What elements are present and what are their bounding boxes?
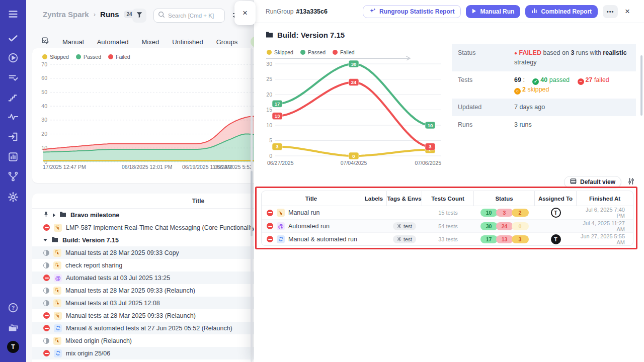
tab-automated[interactable]: Automated xyxy=(97,38,129,46)
scrollbar[interactable] xyxy=(251,48,253,362)
stacked-area-plot: 706050403020100 xyxy=(32,61,264,172)
run-title: Manual & automated tests at 27 Jun 2025 … xyxy=(66,325,232,332)
column-header-assigned-to[interactable]: Assigned To xyxy=(535,191,577,206)
manual-run-icon xyxy=(53,337,61,345)
table-row[interactable]: @Automated runtest54 tests30240Jul 4, 20… xyxy=(262,219,633,232)
manual-run-icon xyxy=(53,287,61,295)
column-header-finished-at[interactable]: Finished At xyxy=(577,191,633,206)
projects-folders-icon[interactable] xyxy=(7,322,19,334)
updated-label: Updated xyxy=(458,103,514,112)
in-progress-status-icon xyxy=(43,250,49,256)
select-all-icon[interactable] xyxy=(41,37,49,47)
svg-text:0: 0 xyxy=(352,153,355,159)
import-icon[interactable] xyxy=(7,131,19,143)
search-input[interactable] xyxy=(168,13,218,19)
pin-icon xyxy=(43,211,49,219)
user-avatar[interactable]: T xyxy=(7,341,19,353)
in-progress-status-icon xyxy=(43,288,49,294)
app-sidebar: ? T xyxy=(0,0,26,362)
menu-icon[interactable] xyxy=(7,8,19,20)
chevron-down-icon[interactable] xyxy=(43,239,47,241)
help-icon[interactable]: ? xyxy=(7,302,19,314)
scrollbar-thumb[interactable] xyxy=(251,171,253,236)
more-actions-button[interactable]: ••• xyxy=(603,5,618,18)
bar-chart-icon xyxy=(531,8,537,15)
column-header-tags-envs[interactable]: Tags & Envs xyxy=(387,191,422,206)
runs-play-icon[interactable] xyxy=(7,52,19,64)
branches-icon[interactable] xyxy=(7,170,19,183)
search-box[interactable] xyxy=(153,9,225,23)
svg-text:24: 24 xyxy=(351,79,357,85)
assignee-avatar[interactable]: T xyxy=(551,234,561,244)
manual-run-button[interactable]: Manual Run xyxy=(466,5,520,18)
breadcrumb-project[interactable]: Zyntra Spark xyxy=(43,10,89,19)
funnel-icon xyxy=(136,11,143,21)
passed-check-icon: ✓ xyxy=(532,78,539,85)
chevron-right-icon[interactable] xyxy=(53,213,55,217)
mixed-run-icon xyxy=(277,235,285,243)
drawer-close-button[interactable]: × xyxy=(234,1,256,25)
failed-minus-icon: − xyxy=(578,78,584,85)
column-header-tests-count[interactable]: Tests Count xyxy=(422,191,474,206)
settings-gear-icon[interactable] xyxy=(7,191,19,203)
status-pills-cell: 17133 xyxy=(474,235,535,243)
table-row[interactable]: Manual run15 tests1032TJul 6, 2025 7:40 … xyxy=(262,206,633,219)
tab-groups[interactable]: Groups xyxy=(216,38,238,46)
failed-status-icon xyxy=(43,350,50,356)
run-title: check report sharing xyxy=(65,262,122,269)
failed-status-icon xyxy=(267,210,273,216)
in-progress-status-icon xyxy=(43,262,49,268)
failed-status-icon xyxy=(267,223,273,229)
automated-run-icon: @ xyxy=(277,222,285,230)
mixed-run-icon xyxy=(54,324,62,332)
failed-status-icon xyxy=(43,312,50,319)
in-progress-status-icon xyxy=(43,338,49,344)
tab-unfinished[interactable]: Unfinished xyxy=(172,38,203,46)
finished-at-cell: Jul 4, 2025 11:27 AM xyxy=(577,220,633,232)
column-header-labels[interactable]: Labels xyxy=(361,191,387,206)
legend-item-skipped: Skipped xyxy=(42,54,69,60)
progress-steps-icon[interactable] xyxy=(7,92,19,104)
detail-row-runs: Runs 3 runs xyxy=(452,116,636,134)
column-header-title[interactable]: Title xyxy=(262,191,361,206)
tab-mixed[interactable]: Mixed xyxy=(142,38,159,46)
run-title: Manual tests at 28 Mar 2025 09:33 (Relau… xyxy=(66,312,196,319)
breadcrumb: Zyntra Spark › Runs 243 xyxy=(43,10,138,19)
folder-icon xyxy=(266,31,273,39)
table-row[interactable]: Manual & automated runtest33 tests17133T… xyxy=(262,232,633,245)
folder-icon xyxy=(51,236,58,244)
manual-run-icon xyxy=(53,249,61,257)
pulse-activity-icon[interactable] xyxy=(7,111,19,123)
manual-run-icon xyxy=(277,209,285,217)
table-settings-icon[interactable] xyxy=(627,177,635,187)
assignee-cell: T xyxy=(535,234,577,244)
run-title-cell[interactable]: @Automated run xyxy=(262,222,361,230)
skipped-pill: 0 xyxy=(512,222,529,230)
tag-pill[interactable]: test xyxy=(393,222,416,230)
column-header-status[interactable]: Status xyxy=(474,191,535,206)
drawer-close-x[interactable]: × xyxy=(623,7,632,17)
status-label: Status xyxy=(458,48,514,67)
tab-manual[interactable]: Manual xyxy=(62,38,84,46)
tag-pill[interactable]: test xyxy=(393,235,416,243)
rungroup-details: Status ● FAILED based on 3 runs with rea… xyxy=(452,44,636,134)
tests-value: 69 : ✓40 passed −27 failed ○2 skipped xyxy=(514,75,630,95)
runs-label: Runs xyxy=(458,120,514,130)
run-title-cell[interactable]: Manual run xyxy=(262,209,361,217)
run-title: Build: Version 7.15 xyxy=(62,237,119,244)
failed-pill: 24 xyxy=(496,222,513,230)
status-value: ● FAILED based on 3 runs with realistic … xyxy=(514,48,630,67)
default-view-button[interactable]: Default view xyxy=(564,176,621,188)
passed-pill: 17 xyxy=(480,235,498,243)
combined-report-button[interactable]: Combined Report xyxy=(525,5,598,18)
analytics-icon[interactable] xyxy=(7,151,19,163)
assignee-avatar[interactable]: T xyxy=(551,208,561,218)
rungroup-id: #13a335c6 xyxy=(296,8,328,15)
tasks-check-icon[interactable] xyxy=(7,32,19,44)
statistic-report-button[interactable]: Rungroup Statistic Report xyxy=(363,5,461,18)
drawer-scrollbar-thumb[interactable] xyxy=(640,55,642,116)
filter-button[interactable] xyxy=(132,9,146,23)
default-view-label: Default view xyxy=(580,178,615,186)
test-plans-icon[interactable] xyxy=(7,72,19,84)
run-title-cell[interactable]: Manual & automated run xyxy=(262,235,361,243)
